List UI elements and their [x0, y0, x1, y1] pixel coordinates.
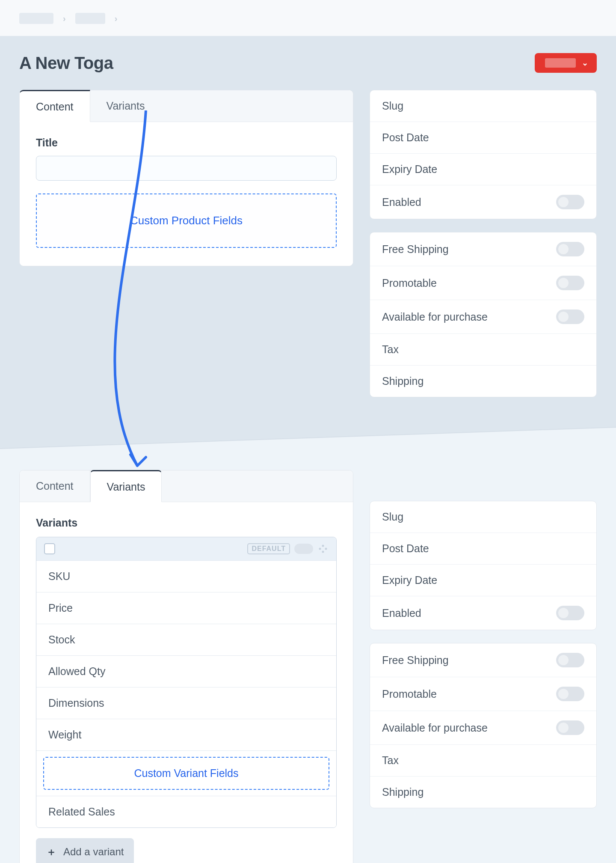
sidebar-commerce-group-1: Free Shipping Promotable Available for p… [370, 232, 597, 397]
sidebar-row-post-date[interactable]: Post Date [370, 122, 596, 154]
svg-point-3 [319, 548, 321, 550]
custom-variant-fields-zone[interactable]: Custom Variant Fields [43, 757, 329, 790]
variant-row-related-sales[interactable]: Related Sales [36, 796, 336, 827]
available-toggle[interactable] [556, 309, 584, 324]
svg-marker-0 [0, 427, 616, 470]
sidebar-row-tax[interactable]: Tax [370, 334, 596, 366]
chevron-right-icon: › [63, 14, 66, 24]
page-title: A New Toga [19, 54, 113, 73]
sidebar-row-slug[interactable]: Slug [370, 90, 596, 122]
variant-enabled-toggle[interactable] [294, 544, 313, 554]
svg-point-2 [322, 545, 324, 547]
variant-row-sku[interactable]: SKU [36, 560, 336, 592]
variant-row-dimensions[interactable]: Dimensions [36, 687, 336, 719]
add-variant-button[interactable]: ＋ Add a variant [36, 838, 134, 863]
variants-panel: Content Variants Variants DEFAULT [19, 470, 353, 863]
default-badge: DEFAULT [247, 543, 290, 554]
enabled-toggle[interactable] [556, 195, 584, 209]
free-shipping-toggle-2[interactable] [556, 653, 584, 667]
sidebar-row-expiry-date-2[interactable]: Expiry Date [370, 565, 596, 596]
sidebar-meta-group-2: Slug Post Date Expiry Date Enabled [370, 501, 597, 630]
sidebar-row-available-2: Available for purchase [370, 711, 596, 745]
tab-content[interactable]: Content [19, 90, 90, 122]
variant-row-weight[interactable]: Weight [36, 719, 336, 750]
breadcrumb: › › [0, 0, 616, 36]
sidebar-row-post-date-2[interactable]: Post Date [370, 533, 596, 565]
promotable-toggle-2[interactable] [556, 687, 584, 701]
plus-icon: ＋ [46, 845, 56, 859]
enabled-toggle-2[interactable] [556, 606, 584, 620]
sidebar-commerce-group-2: Free Shipping Promotable Available for p… [370, 643, 597, 808]
custom-variant-fields-label: Custom Variant Fields [134, 767, 238, 779]
svg-point-5 [322, 551, 324, 553]
section-divider [0, 410, 616, 470]
sidebar-row-free-shipping-2: Free Shipping [370, 643, 596, 677]
sidebar-row-slug-2[interactable]: Slug [370, 501, 596, 533]
variant-row-price[interactable]: Price [36, 592, 336, 624]
tab-variants-2[interactable]: Variants [90, 470, 162, 502]
breadcrumb-item-2[interactable] [75, 13, 105, 24]
variant-checkbox[interactable] [44, 543, 55, 554]
variants-heading: Variants [36, 517, 337, 529]
variant-row-allowed-qty[interactable]: Allowed Qty [36, 655, 336, 687]
custom-product-fields-zone[interactable]: Custom Product Fields [36, 193, 337, 248]
sidebar-row-expiry-date[interactable]: Expiry Date [370, 154, 596, 185]
sidebar-row-shipping-2[interactable]: Shipping [370, 777, 596, 808]
action-label-placeholder [545, 58, 576, 68]
variant-header: DEFAULT [36, 537, 336, 560]
free-shipping-toggle[interactable] [556, 242, 584, 256]
content-panel-1: Content Variants Title Custom Product Fi… [19, 90, 353, 266]
tab-content-2[interactable]: Content [20, 470, 90, 502]
sidebar-row-enabled-2: Enabled [370, 596, 596, 630]
sidebar-row-shipping[interactable]: Shipping [370, 366, 596, 397]
sidebar-row-tax-2[interactable]: Tax [370, 745, 596, 777]
sidebar-row-free-shipping: Free Shipping [370, 232, 596, 266]
breadcrumb-item-1[interactable] [19, 13, 53, 24]
title-field-label: Title [36, 137, 337, 149]
promotable-toggle[interactable] [556, 276, 584, 290]
title-input[interactable] [36, 156, 337, 181]
custom-product-fields-label: Custom Product Fields [130, 214, 243, 227]
sidebar-row-promotable: Promotable [370, 266, 596, 300]
variant-item: DEFAULT SKU Price Stock Allowed Qt [36, 537, 337, 828]
add-variant-label: Add a variant [63, 846, 124, 858]
chevron-down-icon: ⌄ [582, 58, 588, 68]
chevron-right-icon: › [115, 14, 118, 24]
sidebar-row-available: Available for purchase [370, 300, 596, 334]
available-toggle-2[interactable] [556, 720, 584, 735]
primary-action-button[interactable]: ⌄ [535, 53, 597, 73]
sidebar-meta-group-1: Slug Post Date Expiry Date Enabled [370, 90, 597, 219]
svg-point-4 [325, 548, 327, 550]
sidebar-row-enabled: Enabled [370, 185, 596, 219]
drag-handle-icon[interactable] [317, 543, 329, 554]
tab-variants[interactable]: Variants [90, 90, 161, 122]
variant-row-stock[interactable]: Stock [36, 624, 336, 655]
sidebar-row-promotable-2: Promotable [370, 677, 596, 711]
